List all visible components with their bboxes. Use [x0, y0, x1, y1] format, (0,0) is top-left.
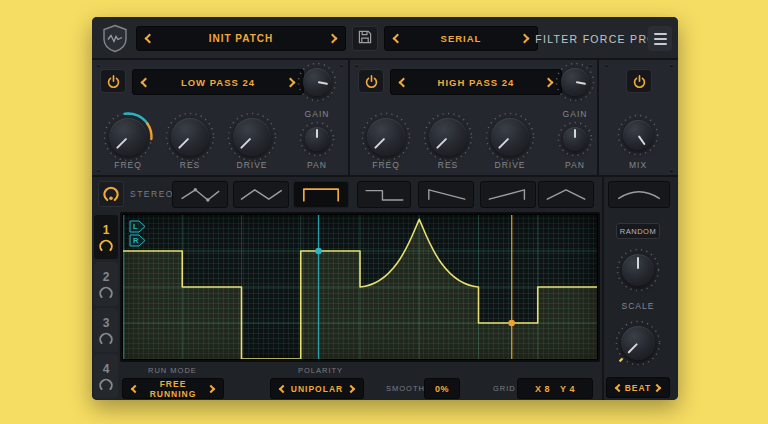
filter2-gain-label: GAIN [563, 109, 588, 119]
lfo-slot-1[interactable]: 1 [94, 215, 118, 259]
filter1-freq-knob[interactable] [102, 111, 154, 163]
filter1-pan-knob[interactable] [298, 120, 336, 158]
lfo-slot-2[interactable]: 2 [94, 262, 118, 306]
svg-text:L: L [133, 222, 138, 231]
filter2-gain-knob[interactable] [554, 61, 596, 103]
filter1-power-button[interactable] [100, 69, 126, 93]
lfo-slot-4[interactable]: 4 [94, 354, 118, 398]
filter2-freq-knob[interactable] [360, 111, 412, 163]
random-button-label: RANDOM [620, 227, 656, 236]
wave-shape-button-custom[interactable] [172, 181, 228, 208]
mix-label: MIX [629, 160, 647, 170]
wave-shape-button-triangle-zigzag[interactable] [233, 181, 289, 208]
random-button[interactable]: RANDOM [616, 223, 660, 239]
run-mode-next-icon[interactable] [207, 384, 215, 392]
divider [348, 60, 350, 175]
filter2-pan-knob[interactable] [556, 120, 594, 158]
slot-number: 4 [103, 362, 110, 376]
wave-shape-button-saw-down[interactable] [418, 181, 474, 208]
routing-selector[interactable]: SERIAL [384, 26, 538, 51]
scale-knob[interactable] [615, 247, 661, 293]
slot-number: 2 [103, 270, 110, 284]
brand-logo-icon [102, 24, 128, 53]
patch-name: INIT PATCH [153, 33, 329, 44]
filter1-next-icon[interactable] [286, 77, 296, 87]
plugin-window: INIT PATCH SERIAL FILTER FORCE PRO [92, 17, 678, 400]
filter1-gain-label: GAIN [305, 109, 330, 119]
triangle-zigzag-icon [234, 182, 288, 207]
polarity-next-icon[interactable] [347, 384, 355, 392]
divider [602, 177, 604, 400]
wave-shape-button-pulse-top[interactable] [293, 181, 349, 208]
filter1-pan-label: PAN [307, 160, 327, 170]
plugin-title: FILTER FORCE PRO [544, 17, 648, 60]
filter2-pan-label: PAN [565, 160, 585, 170]
menu-button[interactable] [648, 26, 672, 51]
mix-knob[interactable] [616, 113, 660, 157]
sync-value: BEAT [622, 383, 654, 393]
filter2-next-icon[interactable] [544, 77, 554, 87]
slot-number: 3 [103, 316, 110, 330]
grid-label: GRID [493, 384, 516, 393]
routing-next-icon[interactable] [520, 34, 530, 44]
stereo-label: STEREO [130, 189, 174, 199]
desktop-background: INIT PATCH SERIAL FILTER FORCE PRO [0, 0, 768, 424]
filter1-drive-knob[interactable] [226, 111, 278, 163]
lfo-knob-icon [98, 238, 114, 251]
run-mode-label: RUN MODE [148, 366, 197, 375]
filter2-type: HIGH PASS 24 [407, 77, 545, 88]
filter1-type: LOW PASS 24 [149, 77, 287, 88]
filter2-power-button[interactable] [358, 69, 384, 93]
power-icon [364, 74, 379, 89]
hamburger-icon [654, 33, 667, 45]
save-button[interactable] [352, 26, 378, 51]
filter2-type-selector[interactable]: HIGH PASS 24 [390, 69, 562, 95]
wave-shape-button-sine[interactable] [608, 181, 670, 208]
saw-up-icon [481, 182, 535, 207]
patch-selector[interactable]: INIT PATCH [136, 26, 346, 51]
grid-value-box[interactable]: X 8 Y 4 [517, 378, 593, 399]
scale-label: SCALE [622, 301, 655, 311]
stereo-link-button[interactable] [98, 181, 124, 207]
divider [597, 60, 599, 175]
wave-shape-button-triangle[interactable] [538, 181, 594, 208]
filter1-res-knob[interactable] [164, 111, 216, 163]
smooth-label: SMOOTH [386, 384, 425, 393]
wave-shape-button-saw-up[interactable] [480, 181, 536, 208]
power-icon [106, 74, 121, 89]
polarity-label: POLARITY [298, 366, 343, 375]
filter1-type-selector[interactable]: LOW PASS 24 [132, 69, 304, 95]
wave-shape-button-square[interactable] [357, 181, 411, 208]
patch-next-icon[interactable] [328, 34, 338, 44]
saw-down-icon [419, 182, 473, 207]
polarity-selector[interactable]: UNIPOLAR [270, 378, 364, 399]
stereo-knob-icon [102, 185, 120, 203]
run-mode-selector[interactable]: FREE RUNNING [122, 378, 224, 399]
filter1-gain-knob[interactable] [296, 61, 338, 103]
sync-selector[interactable]: BEAT [606, 377, 670, 398]
master-power-button[interactable] [626, 69, 652, 93]
power-icon [632, 74, 647, 89]
lfo-waveform-display[interactable]: L R [120, 212, 600, 362]
lfo-knob-icon [98, 285, 114, 298]
pulse-top-icon [294, 182, 348, 207]
rate-knob[interactable] [614, 319, 662, 367]
waveform-grid[interactable]: L R [123, 215, 597, 359]
run-mode-value: FREE RUNNING [138, 379, 208, 399]
polarity-value: UNIPOLAR [286, 384, 348, 394]
channel-badge-right: R [129, 233, 146, 251]
grid-x-value[interactable]: X 8 [535, 384, 550, 394]
lfo-knob-icon [98, 331, 114, 344]
lfo-knob-icon [98, 377, 114, 390]
custom-wave-icon [173, 182, 227, 207]
filter2-res-knob[interactable] [422, 111, 474, 163]
save-icon [357, 29, 373, 49]
svg-text:R: R [133, 236, 139, 245]
triangle-icon [539, 182, 593, 207]
grid-y-value[interactable]: Y 4 [560, 384, 575, 394]
sync-next-icon[interactable] [653, 383, 661, 391]
top-bar: INIT PATCH SERIAL FILTER FORCE PRO [92, 17, 678, 60]
smooth-value-box[interactable]: 0% [424, 378, 460, 399]
filter2-drive-knob[interactable] [484, 111, 536, 163]
lfo-slot-3[interactable]: 3 [94, 308, 118, 352]
